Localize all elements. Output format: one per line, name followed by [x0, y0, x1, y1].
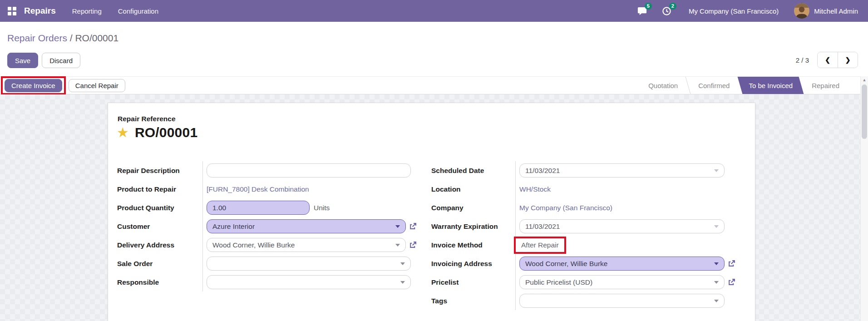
warranty-expiration-input[interactable]: 11/03/2021: [519, 219, 725, 233]
external-link-icon[interactable]: [728, 260, 735, 267]
field-label-product-quantity: Product Quantity: [117, 204, 207, 212]
messages-count-badge: 5: [645, 3, 652, 10]
uom-suffix: Units: [314, 204, 330, 212]
scroll-up-icon[interactable]: ▲: [861, 76, 868, 84]
scrollbar-thumb[interactable]: [862, 84, 867, 139]
breadcrumb-current: RO/00001: [75, 33, 118, 43]
scheduled-date-input[interactable]: 11/03/2021: [519, 163, 725, 178]
field-label-scheduled-date: Scheduled Date: [431, 167, 519, 175]
field-label-tags: Tags: [431, 297, 519, 305]
field-label-location: Location: [431, 185, 519, 193]
invoice-method-value: After Repair: [521, 241, 559, 249]
field-value: Wood Corner, Willie Burke: [525, 260, 607, 268]
status-quotation[interactable]: Quotation: [639, 77, 687, 94]
field-row-company: CompanyMy Company (San Francisco): [431, 198, 749, 217]
field-widget: Public Pricelist (USD): [519, 275, 749, 289]
field-widget: Azure Interior: [207, 219, 417, 233]
breadcrumb-repair-orders[interactable]: Repair Orders: [7, 33, 67, 43]
field-label-sale-order: Sale Order: [117, 260, 207, 268]
field-widget: [207, 257, 417, 271]
field-label-invoice-method: Invoice Method: [431, 241, 519, 249]
save-button[interactable]: Save: [7, 53, 38, 68]
activities-clock-icon[interactable]: 2: [661, 5, 672, 16]
field-row-product-quantity: Product Quantity1.00Units: [117, 198, 417, 217]
status-repaired[interactable]: Repaired: [802, 77, 849, 94]
company-switcher[interactable]: My Company (San Francisco): [689, 7, 779, 15]
tags-input[interactable]: [519, 294, 725, 308]
external-link-icon[interactable]: [728, 278, 735, 286]
pager-next-button[interactable]: ❯: [838, 52, 858, 68]
repair-reference-label: Repair Reference: [118, 115, 176, 123]
invoicing-address-input[interactable]: Wood Corner, Willie Burke: [519, 257, 725, 271]
vertical-scrollbar[interactable]: ▲: [860, 76, 868, 321]
cancel-repair-button[interactable]: Cancel Repair: [69, 79, 125, 92]
favorite-star-icon[interactable]: ★: [117, 126, 129, 139]
company-value[interactable]: My Company (San Francisco): [519, 204, 612, 212]
caret-down-icon: [400, 262, 405, 265]
messages-chat-bubble-icon[interactable]: 5: [637, 5, 648, 16]
annotation-red-box-after-repair: After Repair: [514, 237, 566, 254]
breadcrumb-separator: /: [67, 33, 75, 43]
apps-grid-icon[interactable]: [8, 7, 16, 15]
annotation-red-box-create-invoice: Create Invoice: [1, 76, 66, 95]
menu-reporting[interactable]: Reporting: [72, 7, 102, 15]
user-menu[interactable]: Mitchell Admin: [814, 7, 858, 15]
field-value: 11/03/2021: [525, 222, 560, 231]
status-label: Quotation: [648, 82, 678, 89]
breadcrumb: Repair Orders / RO/00001: [7, 33, 118, 44]
status-label: Repaired: [812, 82, 839, 89]
sale-order-input[interactable]: [207, 257, 411, 271]
pager-previous-button[interactable]: ❮: [818, 52, 838, 68]
customer-input[interactable]: Azure Interior: [207, 219, 406, 233]
caret-down-icon: [395, 244, 400, 247]
caret-down-icon: [714, 169, 719, 172]
status-to-be-invoiced[interactable]: To be Invoiced: [739, 77, 802, 94]
repair-reference-number: RO/00001: [135, 125, 197, 140]
status-label: To be Invoiced: [749, 82, 793, 89]
repair-description-input[interactable]: [207, 163, 411, 178]
field-row-delivery-address: Delivery AddressWood Corner, Willie Burk…: [117, 236, 417, 254]
pager: 2 / 3 ❮ ❯: [796, 52, 858, 68]
field-label-customer: Customer: [117, 222, 207, 231]
create-invoice-button[interactable]: Create Invoice: [5, 79, 62, 92]
field-widget: WH/Stock: [519, 185, 749, 193]
app-name-repairs[interactable]: Repairs: [24, 6, 56, 16]
user-avatar[interactable]: [794, 3, 809, 19]
product-quantity-input[interactable]: 1.00: [207, 201, 310, 215]
field-row-invoicing-address: Invoicing AddressWood Corner, Willie Bur…: [431, 254, 749, 273]
menu-configuration[interactable]: Configuration: [118, 7, 158, 15]
status-confirmed[interactable]: Confirmed: [689, 77, 739, 94]
discard-button[interactable]: Discard: [42, 53, 80, 68]
field-widget: My Company (San Francisco): [519, 204, 749, 212]
field-row-location: LocationWH/Stock: [431, 180, 749, 198]
product-to-repair-value[interactable]: [FURN_7800] Desk Combination: [207, 185, 309, 193]
responsible-input[interactable]: [207, 275, 411, 289]
pricelist-input[interactable]: Public Pricelist (USD): [519, 275, 725, 289]
chevron-right-icon: ❯: [845, 56, 851, 64]
field-widget: Wood Corner, Willie Burke: [207, 238, 417, 252]
caret-down-icon: [714, 281, 719, 284]
external-link-icon[interactable]: [409, 241, 417, 249]
field-value: Public Pricelist (USD): [525, 278, 592, 286]
caret-down-icon: [714, 225, 719, 228]
field-row-scheduled-date: Scheduled Date11/03/2021: [431, 161, 749, 180]
caret-down-icon: [400, 281, 405, 284]
field-row-responsible: Responsible: [117, 273, 417, 291]
left-fields-column: Repair DescriptionProduct to Repair[FURN…: [117, 161, 417, 291]
action-bar: Create Invoice Cancel Repair QuotationCo…: [0, 76, 861, 94]
field-row-invoice-method: Invoice MethodAfter Repair: [431, 236, 749, 254]
field-label-invoicing-address: Invoicing Address: [431, 260, 519, 268]
control-panel-buttons: Save Discard: [7, 53, 80, 68]
location-value[interactable]: WH/Stock: [519, 185, 551, 193]
chevron-left-icon: ❮: [825, 56, 830, 64]
status-label: Confirmed: [698, 82, 730, 89]
field-widget: [207, 163, 417, 178]
field-widget: 1.00Units: [207, 201, 417, 215]
field-value: 1.00: [212, 204, 226, 212]
field-row-pricelist: PricelistPublic Pricelist (USD): [431, 273, 749, 291]
odoo-repairs-screen: Repairs Reporting Configuration 5 2 My C…: [0, 0, 868, 321]
external-link-icon[interactable]: [409, 222, 417, 230]
field-widget: 11/03/2021: [519, 163, 749, 178]
control-panel: Repair Orders / RO/00001 Save Discard 2 …: [0, 22, 868, 76]
delivery-address-input[interactable]: Wood Corner, Willie Burke: [207, 238, 406, 252]
